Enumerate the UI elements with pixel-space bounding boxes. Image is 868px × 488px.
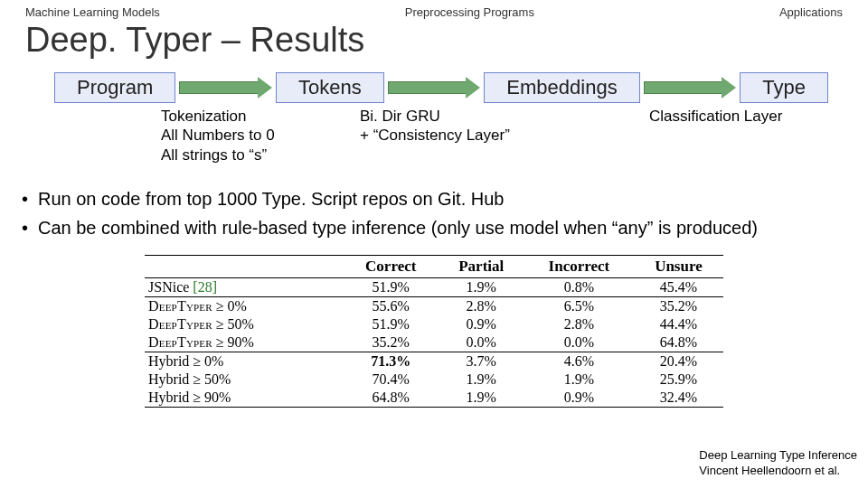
cell: 1.9% [439,389,524,408]
table-row: Hybrid ≥ 90%64.8%1.9%0.9%32.4% [145,389,723,408]
table-row: DeepTyper ≥ 90%35.2%0.0%0.0%64.8% [145,333,723,352]
cell: 2.8% [439,296,524,315]
table-row: Hybrid ≥ 50%70.4%1.9%1.9%25.9% [145,371,723,389]
slide-title: Deep. Typer – Results [0,19,868,72]
cell: 51.9% [344,277,439,296]
row-label: DeepTyper ≥ 50% [145,315,344,333]
col-label [145,255,344,277]
top-nav: Machine Learning Models Preprocessing Pr… [0,0,868,19]
arrow-icon [179,80,272,96]
cell: 1.9% [524,371,634,389]
row-label: DeepTyper ≥ 90% [145,333,344,352]
nav-center: Preprocessing Programs [405,5,534,19]
cell: 1.9% [439,277,524,296]
cell: 0.8% [524,277,634,296]
row-label: JSNice [28] [145,277,344,296]
cell: 45.4% [634,277,723,296]
results-table: Correct Partial Incorrect Unsure JSNice … [145,255,723,408]
annot-gru: Bi. Dir GRU + “Consistency Layer” [360,107,541,164]
cell: 0.0% [524,333,634,352]
cell: 71.3% [344,352,439,371]
arrow-icon [388,80,481,96]
col-correct: Correct [344,255,439,277]
nav-left: Machine Learning Models [25,5,160,19]
cell: 35.2% [634,296,723,315]
pipeline-box-type: Type [740,72,828,103]
cell: 64.8% [634,333,723,352]
cell: 20.4% [634,352,723,371]
cell: 32.4% [634,389,723,408]
cell: 1.9% [439,371,524,389]
bullet-list: Run on code from top 1000 Type. Script r… [0,164,868,242]
table-row: DeepTyper ≥ 50%51.9%0.9%2.8%44.4% [145,315,723,333]
cell: 70.4% [344,371,439,389]
cell: 3.7% [439,352,524,371]
arrow-icon [644,80,737,96]
table-row: JSNice [28]51.9%1.9%0.8%45.4% [145,277,723,296]
annot-tokenization: Tokenization All Numbers to 0 All string… [161,107,306,164]
cell: 51.9% [344,315,439,333]
cell: 64.8% [344,389,439,408]
pipeline-row: Program Tokens Embeddings Type [0,72,868,103]
cell: 2.8% [524,315,634,333]
pipeline-box-tokens: Tokens [276,72,384,103]
col-incorrect: Incorrect [524,255,634,277]
annot-classification: Classification Layer [649,107,782,164]
table-row: DeepTyper ≥ 0%55.6%2.8%6.5%35.2% [145,296,723,315]
bullet-item: Can be combined with rule-based type inf… [38,213,843,242]
col-partial: Partial [439,255,524,277]
nav-right: Applications [779,5,843,19]
cell: 55.6% [344,296,439,315]
annotation-row: Tokenization All Numbers to 0 All string… [0,103,868,164]
citation-footer: Deep Learning Type Inference Vincent Hee… [699,448,857,479]
pipeline-box-program: Program [54,72,175,103]
cell: 35.2% [344,333,439,352]
col-unsure: Unsure [634,255,723,277]
bullet-item: Run on code from top 1000 Type. Script r… [38,184,843,213]
cell: 4.6% [524,352,634,371]
row-label: Hybrid ≥ 50% [145,371,344,389]
cell: 44.4% [634,315,723,333]
row-label: Hybrid ≥ 0% [145,352,344,371]
cell: 25.9% [634,371,723,389]
row-label: Hybrid ≥ 90% [145,389,344,408]
row-label: DeepTyper ≥ 0% [145,296,344,315]
cell: 0.9% [439,315,524,333]
cell: 0.9% [524,389,634,408]
pipeline-box-embeddings: Embeddings [484,72,639,103]
table-row: Hybrid ≥ 0%71.3%3.7%4.6%20.4% [145,352,723,371]
cell: 6.5% [524,296,634,315]
cell: 0.0% [439,333,524,352]
